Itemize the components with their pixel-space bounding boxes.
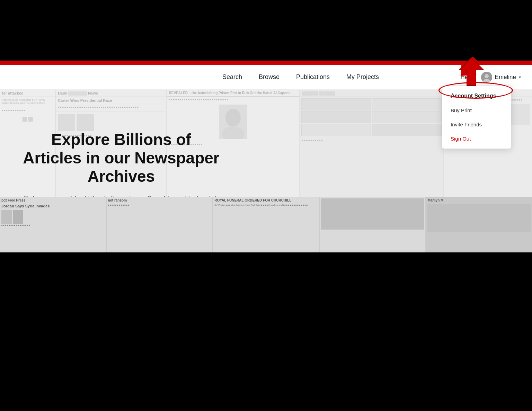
hero-title: Explore Billions of Articles in our News… bbox=[21, 131, 222, 186]
account-settings-item[interactable]: Account Settings bbox=[442, 89, 511, 103]
nav-publications[interactable]: Publications bbox=[296, 73, 330, 81]
sign-out-item[interactable]: Sign Out bbox=[442, 132, 511, 146]
avatar bbox=[481, 72, 492, 83]
nav-my-projects[interactable]: My Projects bbox=[346, 73, 379, 81]
bp1-body: ■ ■ ■ ■ ■ ■ ■ ■ ■ ■ ■ ■ ■ ■ ■ ■ bbox=[1, 224, 105, 227]
bp2-body: ■ ■ ■ ■ ■ ■ ■ ■ ■ ■ ■ ■ bbox=[108, 204, 211, 207]
bottom-paper-2: not ransom ■ ■ ■ ■ ■ ■ ■ ■ ■ ■ ■ ■ bbox=[107, 197, 213, 252]
red-stripe bbox=[0, 61, 532, 65]
chevron-down-icon: ▾ bbox=[519, 75, 521, 80]
page-wrapper: Search Browse Publications My Projects H… bbox=[0, 0, 532, 411]
bp2-headline: not ransom bbox=[108, 198, 211, 203]
bottom-paper-3: ROYAL FUNERAL ORDERED FOR CHURCHILL Sir … bbox=[213, 197, 319, 252]
black-bar-bottom bbox=[0, 252, 532, 411]
bp1-headline: pgt Free Press bbox=[1, 198, 105, 203]
bottom-paper-5: Marilyn M bbox=[426, 197, 532, 252]
bp3-body: Sir Winston ■ ■ ■ died Sunday in Hyde Pa… bbox=[214, 204, 318, 207]
nav-browse[interactable]: Browse bbox=[259, 73, 280, 81]
bp5-headline: Marilyn M bbox=[427, 198, 531, 203]
bottom-paper-4 bbox=[320, 197, 426, 252]
dropdown-menu: Account Settings Buy Print Invite Friend… bbox=[442, 86, 511, 149]
bottom-paper-1: pgt Free Press Jordan Says Syria Invades… bbox=[0, 197, 106, 252]
nav-links: Search Browse Publications My Projects bbox=[0, 73, 532, 81]
user-name-label: Emeline bbox=[495, 74, 516, 81]
bp3-headline: ROYAL FUNERAL ORDERED FOR CHURCHILL bbox=[214, 198, 318, 203]
nav-right: Help Emeline ▾ bbox=[461, 72, 521, 83]
nav-search[interactable]: Search bbox=[222, 73, 242, 81]
bp1-sub: Jordan Says Syria Invades bbox=[1, 204, 105, 209]
invite-friends-item[interactable]: Invite Friends bbox=[442, 117, 511, 132]
help-link[interactable]: Help bbox=[461, 74, 473, 81]
black-bar-top bbox=[0, 0, 532, 61]
bottom-papers: pgt Free Press Jordan Says Syria Invades… bbox=[0, 197, 532, 252]
user-menu-button[interactable]: Emeline ▾ bbox=[481, 72, 521, 83]
buy-print-item[interactable]: Buy Print bbox=[442, 103, 511, 117]
svg-point-1 bbox=[485, 74, 489, 78]
